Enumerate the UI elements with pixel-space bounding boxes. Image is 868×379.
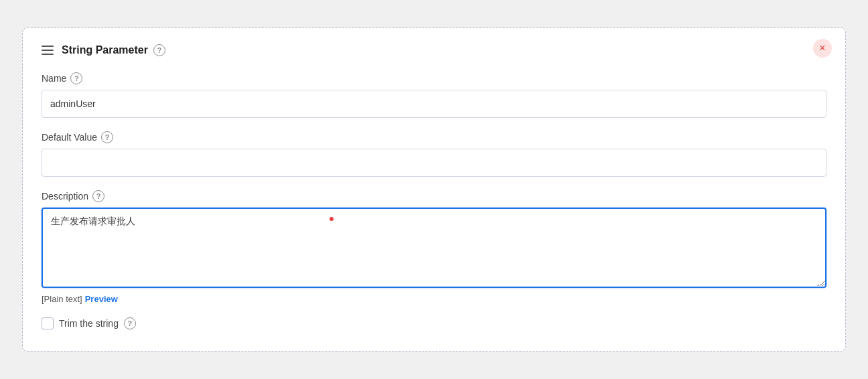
default-value-help-icon[interactable]: ? <box>101 131 113 143</box>
plain-text-row: [Plain text] Preview <box>42 294 826 304</box>
description-dot <box>330 217 334 221</box>
description-textarea[interactable]: 生产发布请求审批人 <box>42 208 826 288</box>
string-parameter-panel: String Parameter ? × Name ? Default Valu… <box>22 27 846 352</box>
close-button[interactable]: × <box>813 39 832 58</box>
name-input[interactable] <box>42 90 826 118</box>
menu-icon[interactable] <box>42 46 54 55</box>
resize-handle[interactable]: ⌟ <box>816 280 824 288</box>
trim-help-icon[interactable]: ? <box>124 317 136 329</box>
description-help-icon[interactable]: ? <box>92 190 104 202</box>
trim-checkbox[interactable] <box>42 317 54 329</box>
default-value-input[interactable] <box>42 149 826 177</box>
panel-header: String Parameter ? <box>42 44 826 56</box>
plain-text-label: [Plain text] <box>42 294 82 304</box>
description-textarea-wrapper: 生产发布请求审批人 ⌟ <box>42 208 826 290</box>
default-value-field-group: Default Value ? <box>42 131 826 177</box>
description-label: Description ? <box>42 190 826 202</box>
name-label: Name ? <box>42 72 826 84</box>
panel-help-icon[interactable]: ? <box>153 44 165 56</box>
default-value-label: Default Value ? <box>42 131 826 143</box>
panel-title: String Parameter <box>62 44 148 56</box>
description-field-group: Description ? 生产发布请求审批人 ⌟ [Plain text] P… <box>42 190 826 304</box>
name-field-group: Name ? <box>42 72 826 118</box>
name-help-icon[interactable]: ? <box>70 72 82 84</box>
preview-link[interactable]: Preview <box>85 294 118 304</box>
trim-row: Trim the string ? <box>42 317 826 329</box>
trim-label: Trim the string <box>59 318 119 329</box>
